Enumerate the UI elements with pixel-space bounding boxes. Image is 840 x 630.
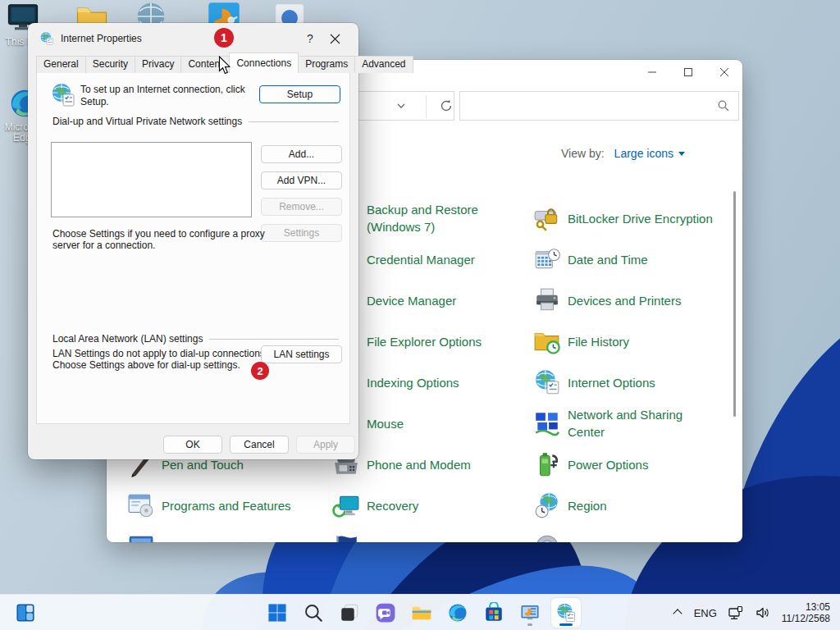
security-maintenance-icon bbox=[332, 532, 360, 542]
control-panel-item-label: Internet Options bbox=[568, 374, 655, 391]
control-panel-item-label: Phone and Modem bbox=[367, 456, 471, 473]
file-history-icon bbox=[533, 327, 561, 355]
control-panel-item[interactable]: File History bbox=[533, 321, 629, 362]
control-panel-item-label: Region bbox=[568, 497, 607, 514]
region-icon bbox=[533, 491, 561, 519]
control-panel-item-label: Programs and Features bbox=[162, 497, 291, 514]
tab-connections[interactable]: Connections bbox=[229, 52, 299, 73]
taskbar-store-button[interactable] bbox=[479, 598, 509, 628]
taskbar-search-taskbar-button[interactable] bbox=[299, 598, 328, 628]
remove-button: Remove... bbox=[261, 198, 342, 216]
control-panel-item[interactable]: Region bbox=[533, 485, 607, 526]
dialog-title: Internet Properties bbox=[61, 33, 298, 44]
control-panel-item-label: Date and Time bbox=[568, 251, 648, 268]
internet-setup-icon bbox=[50, 82, 76, 108]
taskbar-start-button[interactable] bbox=[262, 598, 292, 628]
network-tray-icon[interactable] bbox=[728, 605, 744, 620]
network-sharing-icon bbox=[533, 409, 561, 437]
lan-group-header: Local Area Network (LAN) settings bbox=[52, 333, 339, 345]
control-panel-item[interactable]: BitLocker Drive Encryption bbox=[533, 198, 713, 239]
control-panel-item-label: File Explorer Options bbox=[367, 333, 482, 350]
annotation-step-1: 1 bbox=[214, 28, 234, 48]
dialog-close-button[interactable] bbox=[322, 34, 347, 44]
recovery-icon bbox=[332, 491, 360, 519]
control-panel-item[interactable]: Power Options bbox=[533, 444, 648, 485]
connections-tab-page: To set up an Internet connection, clickS… bbox=[36, 71, 350, 424]
tray-chevron-up-icon[interactable] bbox=[673, 608, 683, 618]
add-button[interactable]: Add... bbox=[261, 145, 342, 163]
setup-instruction: To set up an Internet connection, clickS… bbox=[80, 84, 245, 108]
control-panel-item-label: Devices and Printers bbox=[568, 292, 681, 309]
control-panel-item[interactable]: RemoteApp and Desktop bbox=[127, 526, 299, 542]
volume-tray-icon[interactable] bbox=[755, 605, 771, 620]
control-panel-item[interactable]: Devices and Printers bbox=[533, 280, 681, 321]
apply-button: Apply bbox=[296, 436, 355, 454]
control-panel-item-label: BitLocker Drive Encryption bbox=[568, 210, 713, 227]
control-panel-item-label: Credential Manager bbox=[367, 251, 475, 268]
taskbar-control-panel-button[interactable] bbox=[515, 598, 545, 628]
dialup-group-header: Dial-up and Virtual Private Network sett… bbox=[52, 116, 339, 127]
taskbar-task-view-button[interactable] bbox=[335, 598, 364, 628]
control-panel-item-label: Indexing Options bbox=[367, 374, 459, 391]
control-panel-item[interactable]: Recovery bbox=[332, 485, 418, 526]
add-vpn-button[interactable]: Add VPN... bbox=[261, 171, 342, 189]
date-time-icon bbox=[533, 245, 561, 273]
taskbar: ENG 13:05 11/12/2568 bbox=[0, 594, 840, 630]
tab-programs[interactable]: Programs bbox=[298, 56, 355, 73]
control-panel-item[interactable]: Date and Time bbox=[533, 239, 648, 280]
scrollbar[interactable] bbox=[733, 191, 736, 417]
language-indicator[interactable]: ENG bbox=[694, 607, 717, 619]
annotation-step-2: 2 bbox=[251, 362, 269, 380]
dialup-connections-list[interactable] bbox=[51, 142, 252, 217]
control-panel-item[interactable]: Sound bbox=[533, 526, 603, 542]
taskbar-chat-button[interactable] bbox=[371, 598, 400, 628]
control-panel-item-label: Backup and Restore (Windows 7) bbox=[367, 201, 478, 235]
tab-security[interactable]: Security bbox=[85, 56, 135, 73]
mouse-cursor bbox=[218, 56, 231, 75]
tab-privacy[interactable]: Privacy bbox=[135, 56, 181, 73]
tray-time: 13:05 bbox=[782, 601, 830, 613]
system-tray: ENG 13:05 11/12/2568 bbox=[673, 595, 840, 630]
clock[interactable]: 13:05 11/12/2568 bbox=[782, 601, 830, 624]
dialog-titlebar: Internet Properties ? bbox=[28, 23, 358, 54]
taskbar-file-explorer-button[interactable] bbox=[407, 598, 436, 628]
settings-button: Settings bbox=[261, 224, 342, 242]
control-panel-item-label: Mouse bbox=[367, 415, 404, 432]
control-panel-item-label: Sound bbox=[568, 538, 603, 543]
control-panel-item-label: Network and Sharing Center bbox=[568, 406, 682, 441]
lan-settings-button[interactable]: LAN settings bbox=[261, 345, 342, 363]
control-panel-item[interactable]: Programs and Features bbox=[127, 485, 291, 526]
control-panel-item-label: RemoteApp and Desktop bbox=[162, 538, 299, 543]
taskbar-edge-taskbar-button[interactable] bbox=[443, 598, 472, 628]
internet-properties-icon bbox=[39, 31, 54, 46]
sound-icon bbox=[533, 532, 561, 542]
taskbar-internet-properties-button[interactable] bbox=[551, 598, 581, 628]
control-panel-item[interactable]: Network and Sharing Center bbox=[533, 403, 682, 444]
internet-options-icon bbox=[533, 368, 561, 396]
help-button[interactable]: ? bbox=[298, 32, 322, 45]
tab-advanced[interactable]: Advanced bbox=[354, 56, 413, 73]
tray-date: 11/12/2568 bbox=[782, 613, 830, 624]
control-panel-item[interactable]: Internet Options bbox=[533, 362, 655, 403]
bitlocker-icon bbox=[533, 204, 561, 232]
control-panel-item-label: Security and Maintenance bbox=[367, 538, 509, 543]
tab-general[interactable]: General bbox=[36, 56, 86, 73]
devices-printers-icon bbox=[533, 286, 561, 314]
programs-features-icon bbox=[127, 491, 155, 519]
control-panel-item-label: File History bbox=[568, 333, 629, 350]
lan-instruction: LAN Settings do not apply to dial-up con… bbox=[52, 348, 267, 371]
taskbar-widgets-button[interactable] bbox=[11, 598, 40, 628]
remoteapp-icon bbox=[127, 532, 155, 542]
cancel-button[interactable]: Cancel bbox=[230, 436, 289, 454]
setup-button[interactable]: Setup bbox=[259, 85, 340, 103]
ok-button[interactable]: OK bbox=[163, 436, 222, 454]
power-options-icon bbox=[533, 450, 561, 478]
control-panel-item-label: Power Options bbox=[568, 456, 648, 473]
internet-properties-dialog: Internet Properties ? GeneralSecurityPri… bbox=[28, 23, 358, 459]
proxy-instruction: Choose Settings if you need to configure… bbox=[52, 228, 265, 251]
control-panel-item[interactable]: Security and Maintenance bbox=[332, 526, 509, 542]
control-panel-item-label: Recovery bbox=[367, 497, 418, 514]
control-panel-item-label: Device Manager bbox=[367, 292, 456, 309]
